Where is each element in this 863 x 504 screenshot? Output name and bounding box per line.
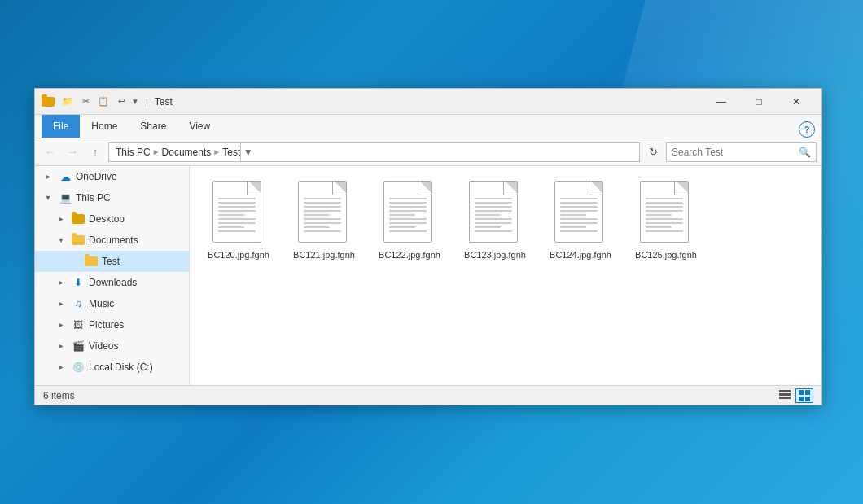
file-name-0: BC120.jpg.fgnh (208, 249, 269, 261)
file-area: BC120.jpg.fgnh (190, 166, 821, 385)
music-expand-icon[interactable]: ► (55, 297, 68, 310)
music-icon: ♫ (71, 296, 85, 311)
tab-share[interactable]: Share (129, 115, 177, 138)
onedrive-icon: ☁ (58, 169, 72, 184)
file-item-4[interactable]: BC124.jpg.fgnh (540, 174, 621, 267)
status-view-buttons (776, 388, 813, 403)
documents-label: Documents (89, 234, 138, 246)
sidebar: ► ☁ OneDrive ▼ 💻 This PC ► Des (35, 166, 190, 385)
file-name-1: BC121.jpg.fgnh (293, 249, 355, 261)
search-icon[interactable]: 🔍 (799, 147, 811, 158)
file-item-0[interactable]: BC120.jpg.fgnh (198, 174, 279, 267)
title-bar-left: 📁 ✂ 📋 ↩ ▼ | Test (42, 94, 173, 110)
back-button[interactable]: ← (40, 142, 59, 162)
test-expand-icon[interactable] (68, 255, 81, 268)
maximize-button[interactable]: □ (740, 89, 778, 115)
file-icon-1 (298, 181, 350, 246)
sidebar-item-videos[interactable]: ► 🎬 Videos (35, 335, 189, 357)
file-icon-3 (469, 181, 521, 246)
svg-rect-2 (779, 397, 791, 399)
forward-button[interactable]: → (63, 142, 82, 162)
file-icon-4 (554, 181, 607, 246)
localdisk-icon: 💿 (71, 360, 85, 375)
videos-expand-icon[interactable]: ► (55, 340, 68, 353)
svg-rect-5 (799, 397, 804, 401)
close-button[interactable]: ✕ (778, 89, 815, 115)
status-bar: 6 items (35, 385, 821, 405)
file-item-5[interactable]: BC125.jpg.fgnh (625, 174, 707, 267)
thispc-expand-icon[interactable]: ▼ (42, 191, 55, 204)
qa-undo-btn[interactable]: ↩ (113, 94, 129, 110)
path-test-label: Test (222, 147, 240, 158)
videos-label: Videos (89, 340, 118, 352)
sidebar-item-downloads[interactable]: ► ⬇ Downloads (35, 272, 189, 293)
file-icon-5 (640, 181, 692, 246)
tab-file[interactable]: File (42, 115, 80, 138)
help-button[interactable]: ? (799, 121, 815, 138)
sidebar-item-onedrive[interactable]: ► ☁ OneDrive (35, 166, 189, 187)
sidebar-item-documents[interactable]: ▼ Documents (35, 230, 189, 251)
pictures-icon: 🖼 (71, 318, 85, 332)
minimize-button[interactable]: — (703, 89, 740, 115)
sidebar-item-pictures[interactable]: ► 🖼 Pictures (35, 314, 189, 335)
qa-dropdown-btn[interactable]: ▼ (131, 97, 139, 106)
file-name-2: BC122.jpg.fgnh (379, 249, 440, 261)
sidebar-item-desktop[interactable]: ► Desktop (35, 208, 189, 230)
svg-rect-4 (805, 390, 810, 395)
qa-paste-btn[interactable]: 📋 (95, 94, 112, 110)
file-item-1[interactable]: BC121.jpg.fgnh (283, 174, 365, 267)
title-bar-separator: | (146, 97, 148, 107)
folder-icon-small (42, 97, 55, 107)
sidebar-item-localdisk[interactable]: ► 💿 Local Disk (C:) (35, 357, 189, 378)
test-label: Test (102, 256, 120, 267)
downloads-expand-icon[interactable]: ► (55, 276, 68, 289)
svg-rect-3 (799, 390, 804, 395)
file-name-5: BC125.jpg.fgnh (635, 249, 697, 261)
status-item-count: 6 items (43, 390, 776, 401)
sidebar-item-test[interactable]: Test (35, 251, 189, 272)
file-item-2[interactable]: BC122.jpg.fgnh (369, 174, 450, 267)
search-box[interactable]: 🔍 (666, 142, 817, 162)
quick-access-toolbar: 📁 ✂ 📋 ↩ ▼ (59, 94, 139, 110)
main-content: ► ☁ OneDrive ▼ 💻 This PC ► Des (35, 166, 821, 385)
localdisk-label: Local Disk (C:) (89, 362, 153, 373)
thispc-label: This PC (76, 192, 111, 204)
downloads-label: Downloads (89, 277, 137, 288)
desktop-label: Desktop (89, 213, 125, 225)
path-dropdown-btn[interactable]: ▼ (240, 142, 255, 162)
documents-expand-icon[interactable]: ▼ (55, 234, 68, 247)
address-path[interactable]: This PC ► Documents ► Test ▼ (108, 142, 640, 162)
sidebar-item-music[interactable]: ► ♫ Music (35, 293, 189, 314)
file-name-3: BC123.jpg.fgnh (464, 249, 526, 261)
file-icon-2 (383, 181, 436, 246)
ribbon-tabs: File Home Share View ? (35, 115, 821, 138)
window-icon (42, 95, 55, 108)
pictures-expand-icon[interactable]: ► (55, 318, 68, 331)
view-tiles-btn[interactable] (795, 388, 813, 403)
file-icon-0 (212, 181, 265, 246)
svg-rect-1 (779, 393, 791, 396)
localdisk-expand-icon[interactable]: ► (55, 361, 68, 374)
qa-folder-btn[interactable]: 📁 (59, 94, 76, 110)
tab-view[interactable]: View (177, 115, 221, 138)
path-this-pc[interactable]: This PC (116, 147, 151, 158)
file-item-3[interactable]: BC123.jpg.fgnh (454, 174, 536, 267)
tiles-view-icon (799, 390, 810, 401)
search-input[interactable] (672, 147, 799, 158)
refresh-button[interactable]: ↻ (643, 142, 663, 162)
desktop-expand-icon[interactable]: ► (55, 213, 68, 226)
up-button[interactable]: ↑ (85, 142, 105, 162)
sidebar-item-thispc[interactable]: ▼ 💻 This PC (35, 187, 189, 208)
onedrive-expand-icon[interactable]: ► (42, 170, 55, 183)
tab-home[interactable]: Home (80, 115, 129, 138)
view-details-btn[interactable] (776, 388, 794, 403)
onedrive-label: OneDrive (76, 171, 117, 182)
test-folder-icon (84, 254, 99, 269)
qa-cut-btn[interactable]: ✂ (77, 94, 94, 110)
documents-icon (71, 233, 85, 248)
desktop-icon (71, 212, 85, 226)
details-view-icon (779, 390, 791, 401)
thispc-icon: 💻 (58, 191, 72, 205)
path-test[interactable]: Test (222, 147, 240, 158)
path-documents[interactable]: Documents (162, 147, 212, 158)
